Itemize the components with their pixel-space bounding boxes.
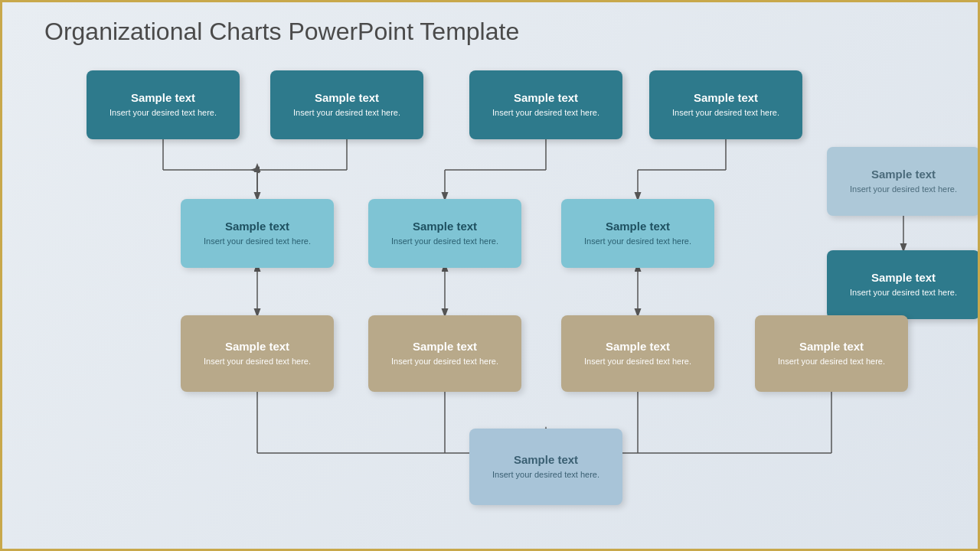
box-l2-sub: Insert your desired text here. xyxy=(391,356,498,367)
box-bottom-sub: Insert your desired text here. xyxy=(492,469,599,481)
box-m1[interactable]: Sample text Insert your desired text her… xyxy=(181,199,334,268)
box-t1-sub: Insert your desired text here. xyxy=(109,107,217,119)
box-rt-sub: Insert your desired text here. xyxy=(850,184,957,195)
box-l3[interactable]: Sample text Insert your desired text her… xyxy=(561,315,714,392)
box-t1[interactable]: Sample text Insert your desired text her… xyxy=(87,70,240,139)
box-t2[interactable]: Sample text Insert your desired text her… xyxy=(270,70,423,139)
box-bottom-title: Sample text xyxy=(514,453,578,466)
box-m2[interactable]: Sample text Insert your desired text her… xyxy=(368,199,521,268)
box-bottom[interactable]: Sample text Insert your desired text her… xyxy=(469,429,622,505)
box-l1-title: Sample text xyxy=(225,340,289,353)
box-rb-title: Sample text xyxy=(871,271,936,284)
box-l4[interactable]: Sample text Insert your desired text her… xyxy=(755,315,908,392)
box-l1-sub: Insert your desired text here. xyxy=(204,356,311,367)
box-t2-sub: Insert your desired text here. xyxy=(293,107,400,119)
page: Organizational Charts PowerPoint Templat… xyxy=(2,2,978,549)
box-m2-sub: Insert your desired text here. xyxy=(391,236,498,247)
chart-area: Sample text Insert your desired text her… xyxy=(44,63,955,529)
box-t2-title: Sample text xyxy=(315,91,379,104)
box-t1-title: Sample text xyxy=(131,91,195,104)
box-m1-sub: Insert your desired text here. xyxy=(204,236,311,247)
box-t4-title: Sample text xyxy=(694,91,758,104)
box-rb[interactable]: Sample text Insert your desired text her… xyxy=(827,250,980,319)
box-m2-title: Sample text xyxy=(413,220,477,233)
box-rt[interactable]: Sample text Insert your desired text her… xyxy=(827,147,980,216)
box-l4-title: Sample text xyxy=(799,340,864,353)
box-m3[interactable]: Sample text Insert your desired text her… xyxy=(561,199,714,268)
box-l2[interactable]: Sample text Insert your desired text her… xyxy=(368,315,521,392)
box-t4-sub: Insert your desired text here. xyxy=(672,107,779,119)
box-m3-title: Sample text xyxy=(606,220,670,233)
box-m3-sub: Insert your desired text here. xyxy=(584,236,691,247)
box-t4[interactable]: Sample text Insert your desired text her… xyxy=(649,70,802,139)
box-rb-sub: Insert your desired text here. xyxy=(850,287,957,298)
box-t3-sub: Insert your desired text here. xyxy=(492,107,599,119)
box-l2-title: Sample text xyxy=(413,340,477,353)
box-m1-title: Sample text xyxy=(225,220,289,233)
box-t3-title: Sample text xyxy=(514,91,578,104)
box-rt-title: Sample text xyxy=(871,168,936,181)
box-l4-sub: Insert your desired text here. xyxy=(778,356,885,367)
box-t3[interactable]: Sample text Insert your desired text her… xyxy=(469,70,622,139)
box-l3-sub: Insert your desired text here. xyxy=(584,356,691,367)
box-l1[interactable]: Sample text Insert your desired text her… xyxy=(181,315,334,392)
page-title: Organizational Charts PowerPoint Templat… xyxy=(44,18,955,46)
box-l3-title: Sample text xyxy=(606,340,670,353)
